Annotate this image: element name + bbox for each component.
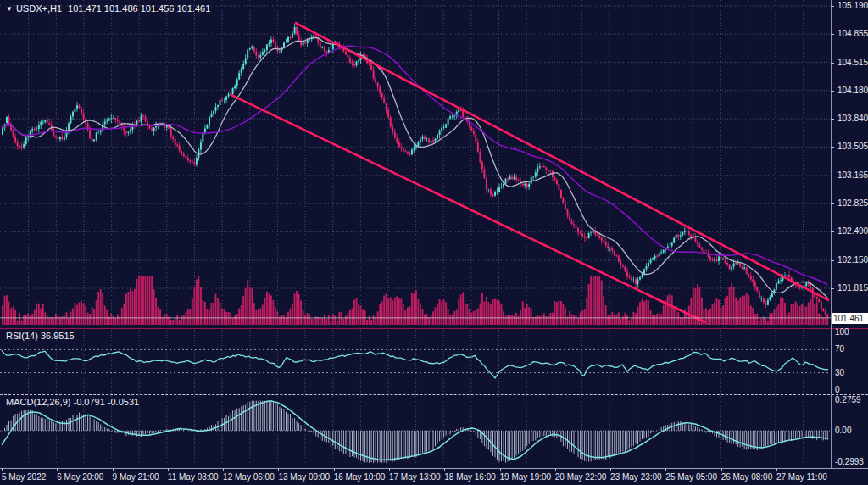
rsi-panel-divider[interactable] — [0, 328, 868, 329]
time-axis-label: 5 May 2022 — [2, 472, 46, 482]
time-axis-label: 11 May 03:00 — [168, 472, 219, 482]
axis-tick — [831, 119, 834, 120]
axis-tick — [831, 176, 834, 176]
axis-tick — [831, 63, 834, 64]
price-axis[interactable] — [831, 0, 868, 329]
axis-tick — [444, 468, 445, 471]
ma-fast-line — [3, 38, 827, 298]
rsi-axis-label: 100 — [835, 327, 849, 337]
time-axis-label: 16 May 10:00 — [334, 472, 386, 482]
time-axis-label: 17 May 13:00 — [389, 472, 441, 482]
axis-tick — [831, 231, 834, 232]
price-axis-label: 104.180 — [837, 86, 868, 96]
axis-tick — [334, 468, 335, 471]
volume-bars — [3, 276, 827, 325]
time-axis-label: 19 May 19:00 — [500, 472, 552, 482]
current-price-badge: 101.461 — [832, 313, 868, 324]
axis-tick — [831, 288, 834, 289]
symbol-marker-icon: ▼ — [6, 5, 13, 13]
price-axis-label: 102.150 — [837, 255, 868, 265]
time-axis-label: 23 May 23:00 — [610, 472, 662, 482]
axis-tick — [831, 34, 834, 35]
trading-chart-window: ▼USDX+,H1101.471 101.486 101.456 101.461… — [0, 0, 868, 485]
axis-tick — [168, 468, 169, 471]
time-axis-label: 27 May 11:00 — [776, 472, 827, 482]
axis-tick — [610, 468, 611, 471]
axis-tick — [776, 468, 777, 471]
axis-tick — [278, 468, 279, 471]
axis-tick — [831, 203, 834, 204]
macd-panel-divider[interactable] — [0, 394, 868, 395]
axis-tick — [500, 468, 501, 471]
time-axis-label: 20 May 22:00 — [555, 472, 607, 482]
macd-axis-label: -0.2993 — [835, 457, 864, 467]
axis-tick — [831, 260, 834, 261]
candle-wicks-up — [3, 24, 806, 305]
price-axis-label: 102.490 — [837, 226, 868, 237]
price-axis-label: 104.515 — [837, 58, 868, 68]
axis-tick — [665, 468, 666, 471]
grid — [0, 0, 831, 327]
macd-label: MACD(12,26,9) -0.0791 -0.0531 — [6, 397, 139, 407]
axis-tick — [389, 468, 390, 471]
rsi-label: RSI(14) 36.9515 — [6, 331, 75, 341]
axis-tick — [57, 468, 58, 471]
symbol-period-label: USDX+,H1 — [16, 3, 62, 14]
time-axis-label: 13 May 09:00 — [278, 472, 330, 482]
axis-tick — [113, 468, 114, 471]
macd-histogram — [3, 401, 827, 463]
time-axis-label: 9 May 21:00 — [113, 472, 159, 482]
axis-tick — [831, 6, 834, 7]
rsi-axis-label: 0 — [835, 385, 840, 395]
rsi-axis-label: 70 — [835, 344, 844, 354]
axis-tick — [721, 468, 722, 471]
price-axis-label: 104.855 — [837, 29, 868, 39]
price-axis-label: 103.165 — [837, 170, 868, 181]
axis-tick — [223, 468, 224, 471]
time-axis-label: 12 May 06:00 — [223, 472, 275, 482]
time-axis-label: 6 May 20:00 — [57, 472, 103, 482]
rsi-plot[interactable] — [0, 330, 831, 394]
candle-bodies-down — [9, 27, 828, 318]
price-axis-label: 103.505 — [837, 142, 868, 152]
candle-wicks-down — [9, 25, 828, 320]
macd-axis-label: 0.2759 — [835, 395, 861, 405]
price-axis-label: 105.190 — [837, 1, 868, 11]
time-axis-label: 18 May 16:00 — [444, 472, 496, 482]
candle-bodies-up — [3, 27, 806, 305]
axis-tick — [2, 468, 3, 471]
time-axis-label: 26 May 08:00 — [721, 472, 773, 482]
axis-tick — [831, 147, 834, 148]
ohlc-quotes: 101.471 101.486 101.456 101.461 — [68, 3, 210, 14]
rsi-axis-label: 30 — [835, 368, 844, 378]
trend-channel-upper-line — [295, 23, 829, 301]
price-axis-label: 101.815 — [837, 283, 868, 293]
axis-tick — [555, 468, 556, 471]
price-axis-label: 102.825 — [837, 198, 868, 209]
rsi-line — [2, 350, 828, 378]
chart-title: ▼USDX+,H1101.471 101.486 101.456 101.461 — [6, 3, 216, 14]
candlestick-plot[interactable] — [0, 0, 831, 327]
time-axis-label: 25 May 05:00 — [665, 472, 717, 482]
axis-tick — [831, 91, 834, 92]
macd-axis-label: 0.00 — [835, 426, 851, 436]
price-axis-label: 103.840 — [837, 114, 868, 124]
